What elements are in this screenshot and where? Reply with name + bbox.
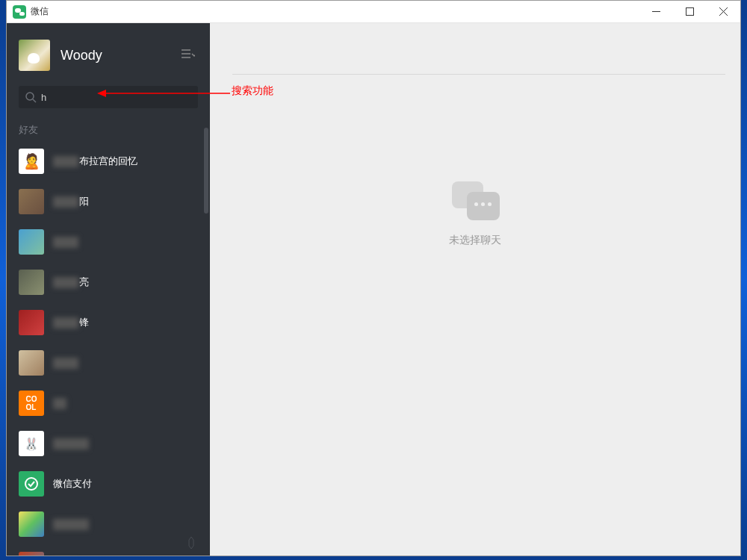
minimize-button[interactable]	[639, 1, 673, 23]
friend-avatar: COOL	[19, 391, 44, 416]
friend-item[interactable]	[7, 504, 210, 544]
friend-name	[53, 438, 90, 449]
svg-rect-1	[686, 8, 694, 16]
content-area: Woody	[7, 23, 740, 556]
friend-avatar: 🐰	[19, 431, 44, 456]
friend-item[interactable]	[7, 544, 210, 556]
scrollbar-thumb[interactable]	[204, 128, 208, 214]
friend-item[interactable]: 微信支付	[7, 464, 210, 504]
friend-name: 锋	[53, 316, 89, 329]
voice-icon[interactable]	[186, 536, 196, 553]
friend-name: 布拉宫的回忆	[53, 155, 137, 168]
friend-item[interactable]	[7, 222, 210, 262]
search-wrap	[7, 86, 210, 117]
empty-text: 未选择聊天	[449, 234, 501, 247]
friend-avatar	[19, 270, 44, 295]
friend-name	[53, 237, 79, 248]
friend-name	[53, 519, 90, 530]
search-box[interactable]	[19, 86, 198, 108]
friend-list[interactable]: 🙎 布拉宫的回忆 阳 亮 锋	[7, 141, 210, 556]
friend-item[interactable]: 锋	[7, 302, 210, 343]
empty-state: 未选择聊天	[449, 180, 501, 247]
friend-avatar: 🙎	[19, 149, 44, 174]
friend-avatar	[19, 350, 44, 376]
app-window: 微信 Woody	[6, 0, 741, 556]
friend-item[interactable]: 🙎 布拉宫的回忆	[7, 141, 210, 181]
friend-avatar	[19, 471, 44, 497]
svg-point-7	[26, 93, 34, 100]
user-avatar[interactable]	[19, 40, 50, 71]
titlebar: 微信	[7, 1, 740, 23]
svg-point-9	[25, 478, 37, 490]
username-label: Woody	[61, 48, 177, 63]
friend-avatar	[19, 189, 44, 214]
sidebar: Woody	[7, 23, 210, 556]
friend-item[interactable]: 🐰	[7, 423, 210, 464]
main-panel: 未选择聊天	[210, 23, 740, 556]
maximize-button[interactable]	[673, 1, 707, 23]
friend-item[interactable]: 亮	[7, 262, 210, 302]
friend-avatar	[19, 511, 44, 537]
friend-name: 亮	[53, 276, 89, 289]
section-header-friends: 好友	[7, 117, 210, 141]
chat-bubble-icon	[449, 180, 501, 225]
friend-name	[53, 358, 79, 369]
friend-name: 阳	[53, 195, 89, 208]
friend-name	[53, 398, 67, 409]
friend-avatar	[19, 552, 44, 556]
wechat-icon	[13, 5, 26, 19]
friend-avatar	[19, 310, 44, 335]
menu-button[interactable]	[177, 45, 198, 66]
friend-item[interactable]: COOL	[7, 383, 210, 423]
search-input[interactable]	[41, 92, 192, 103]
header-divider	[232, 74, 725, 75]
search-icon	[25, 91, 37, 103]
friend-name: 微信支付	[53, 477, 92, 491]
window-title: 微信	[31, 5, 49, 18]
friend-item[interactable]	[7, 343, 210, 383]
sidebar-header: Woody	[7, 23, 210, 86]
friend-avatar	[19, 229, 44, 255]
close-button[interactable]	[707, 1, 740, 23]
friend-item[interactable]: 阳	[7, 181, 210, 222]
svg-line-8	[33, 99, 36, 102]
